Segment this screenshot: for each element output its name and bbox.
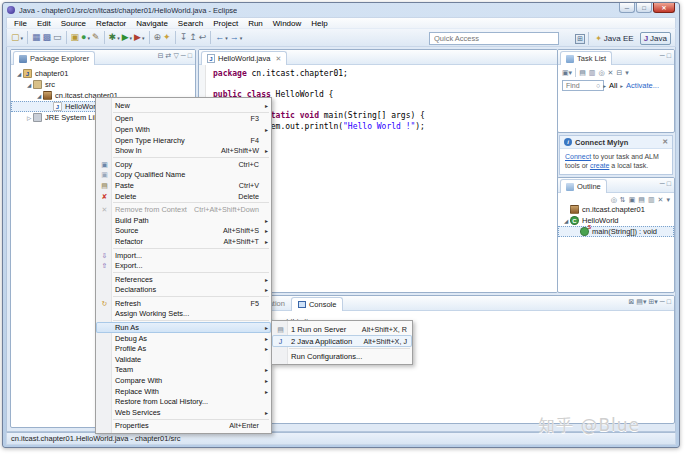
context-menu-item-export[interactable]: ⇧Export... — [96, 260, 271, 271]
close-tab-icon[interactable]: ✕ — [275, 55, 281, 63]
context-menu-item-team[interactable]: Team▸ — [96, 365, 271, 376]
focus-icon[interactable]: ◎ — [611, 196, 617, 203]
maximize-icon[interactable]: □ — [667, 180, 671, 187]
context-menu-item-refactor[interactable]: RefactorAlt+Shift+T▸ — [96, 236, 271, 247]
expand-open-icon[interactable]: ◢ — [35, 93, 43, 99]
menu-project[interactable]: Project — [208, 18, 243, 29]
sort-icon[interactable]: ⇅ — [620, 196, 626, 203]
hide-fields-icon[interactable]: ▣ — [629, 196, 636, 203]
pin-console-icon[interactable]: ⊠ — [628, 298, 634, 305]
back-button[interactable]: ←▾ — [214, 30, 229, 45]
tab-task-list[interactable]: Task List — [560, 51, 612, 65]
context-menu-item-validate[interactable]: Validate — [96, 354, 271, 365]
new-button[interactable]: ▢▾ — [10, 30, 24, 45]
context-menu-item-remove-from-context[interactable]: ✕Remove from ContextCtrl+Alt+Shift+Down — [96, 204, 271, 215]
context-menu-item-replace-with[interactable]: Replace With▸ — [96, 386, 271, 397]
context-menu-item-refresh[interactable]: ↻RefreshF5 — [96, 298, 271, 309]
context-menu-item-profile-as[interactable]: Profile As▸ — [96, 343, 271, 354]
open-console-icon[interactable]: ⊞▾ — [648, 298, 657, 305]
context-menu-item-copy[interactable]: ▣CopyCtrl+C — [96, 159, 271, 170]
context-menu-item-assign-working-sets[interactable]: Assign Working Sets... — [96, 309, 271, 320]
context-menu-item-web-services[interactable]: Web Services▸ — [96, 407, 271, 418]
previous-annotation-button[interactable]: ↥ — [188, 30, 198, 45]
activate-link[interactable]: Activate... — [626, 81, 659, 90]
menu-help[interactable]: Help — [306, 18, 332, 29]
outline-item-cn-itcast-chapter01[interactable]: cn.itcast.chapter01 — [558, 204, 674, 215]
new-class-button[interactable]: ●▾ — [80, 30, 91, 45]
open-perspective-icon[interactable]: ⊞ — [575, 34, 585, 44]
menu-edit[interactable]: Edit — [32, 18, 56, 29]
menu-navigate[interactable]: Navigate — [131, 18, 173, 29]
forward-button[interactable]: →▾ — [229, 30, 244, 45]
new-java-project-button[interactable]: ▣ — [70, 30, 81, 45]
context-menu-item-properties[interactable]: PropertiesAlt+Enter — [96, 421, 271, 432]
collapse-all-icon[interactable]: ⊟ — [616, 69, 622, 76]
link-with-editor-icon[interactable]: ⇄ — [166, 52, 172, 59]
categorized-icon[interactable]: ▤ — [579, 69, 586, 76]
context-menu-item-debug-as[interactable]: Debug As▸ — [96, 333, 271, 344]
mylyn-close-icon[interactable]: ✕ — [662, 138, 668, 146]
context-menu-item-source[interactable]: SourceAlt+Shift+S▸ — [96, 226, 271, 237]
context-menu-item-new[interactable]: New▸ — [96, 100, 271, 111]
context-menu-item-open-with[interactable]: Open With▸ — [96, 124, 271, 135]
minimize-icon[interactable]: ─ — [181, 52, 186, 59]
package-explorer-item-chapter01[interactable]: ◢Jchapter01 — [11, 68, 195, 79]
view-menu-icon[interactable]: ▾ — [666, 196, 670, 203]
hide-local-types-icon[interactable]: ✕ — [658, 196, 664, 203]
maximize-window-button[interactable]: □ — [636, 3, 652, 13]
next-annotation-button[interactable]: ↧ — [179, 30, 189, 45]
view-menu-icon[interactable]: ▽ — [173, 52, 178, 59]
menu-window[interactable]: Window — [268, 18, 306, 29]
run-as-item-run-configurations[interactable]: Run Configurations... — [272, 350, 412, 362]
minimize-window-button[interactable]: ─ — [619, 3, 635, 13]
perspective-java-ee[interactable]: ✦ Java EE — [592, 33, 637, 44]
new-task-icon[interactable]: ▣▾ — [562, 69, 572, 76]
mylyn-link-connect[interactable]: Connect — [565, 153, 591, 160]
tab-console[interactable]: Console — [291, 297, 344, 311]
titlebar[interactable]: Java - chapter01/src/cn/itcast/chapter01… — [3, 3, 679, 17]
external-tools-button[interactable]: ▶▾ — [133, 30, 145, 45]
menu-file[interactable]: File — [9, 18, 32, 29]
menu-refactor[interactable]: Refactor — [91, 18, 131, 29]
context-menu-item-build-path[interactable]: Build Path▸ — [96, 215, 271, 226]
menu-source[interactable]: Source — [56, 18, 91, 29]
hide-non-public-icon[interactable]: ▥ — [648, 196, 655, 203]
maximize-icon[interactable]: □ — [188, 52, 192, 59]
expand-open-icon[interactable]: ◢ — [15, 71, 23, 77]
debug-button[interactable]: ✱▾ — [108, 30, 121, 45]
maximize-icon[interactable]: □ — [667, 52, 671, 59]
context-menu-item-import[interactable]: ⇩Import... — [96, 250, 271, 261]
tab-package-explorer[interactable]: Package Explorer — [13, 51, 95, 65]
hide-static-members-icon[interactable]: ▤ — [638, 196, 645, 203]
expand-open-icon[interactable]: ◢ — [562, 218, 570, 224]
tab-helloworld-java[interactable]: J HelloWorld.java ✕ — [201, 51, 287, 65]
new-jar-button[interactable]: ⊕ — [153, 30, 163, 45]
menu-search[interactable]: Search — [173, 18, 208, 29]
print-button[interactable]: ▭ — [52, 30, 63, 45]
run-as-item-2-java-application[interactable]: J2 Java ApplicationAlt+Shift+X, J — [272, 335, 412, 347]
minimize-icon[interactable]: ─ — [660, 180, 665, 187]
open-type-button[interactable]: ✎ — [91, 30, 101, 45]
save-button[interactable]: ▦ — [31, 30, 42, 45]
outline-item-helloworld[interactable]: ◢CHelloWorld — [558, 215, 674, 226]
menu-run[interactable]: Run — [243, 18, 268, 29]
focus-workweek-icon[interactable]: ◎ — [598, 69, 604, 76]
all-filter-link[interactable]: All — [609, 81, 617, 90]
tab-outline[interactable]: Outline — [560, 179, 607, 193]
search-button[interactable]: ✦ — [162, 30, 172, 45]
run-as-item-1-run-on-server[interactable]: ▤1 Run on ServerAlt+Shift+X, R — [272, 323, 412, 335]
context-menu-item-references[interactable]: References▸ — [96, 274, 271, 285]
context-menu-item-copy-qualified-name[interactable]: ▣Copy Qualified Name — [96, 170, 271, 181]
mylyn-link-create[interactable]: create — [590, 162, 609, 169]
filter-icon[interactable]: ✕ — [608, 69, 614, 76]
close-window-button[interactable]: ✕ — [653, 3, 675, 13]
context-menu-item-open[interactable]: OpenF3 — [96, 114, 271, 125]
context-menu-item-show-in[interactable]: Show InAlt+Shift+W▸ — [96, 145, 271, 156]
outline-item-main-string-void[interactable]: Smain(String[]) : void — [558, 226, 674, 237]
context-menu-item-restore-from-local-history[interactable]: Restore from Local History... — [96, 396, 271, 407]
context-menu-item-run-as[interactable]: Run As▸ — [96, 322, 271, 333]
context-menu-item-open-type-hierarchy[interactable]: Open Type HierarchyF4 — [96, 135, 271, 146]
maximize-icon[interactable]: □ — [667, 298, 671, 305]
context-menu-item-paste[interactable]: ▤PasteCtrl+V — [96, 180, 271, 191]
minimize-icon[interactable]: ─ — [660, 298, 665, 305]
